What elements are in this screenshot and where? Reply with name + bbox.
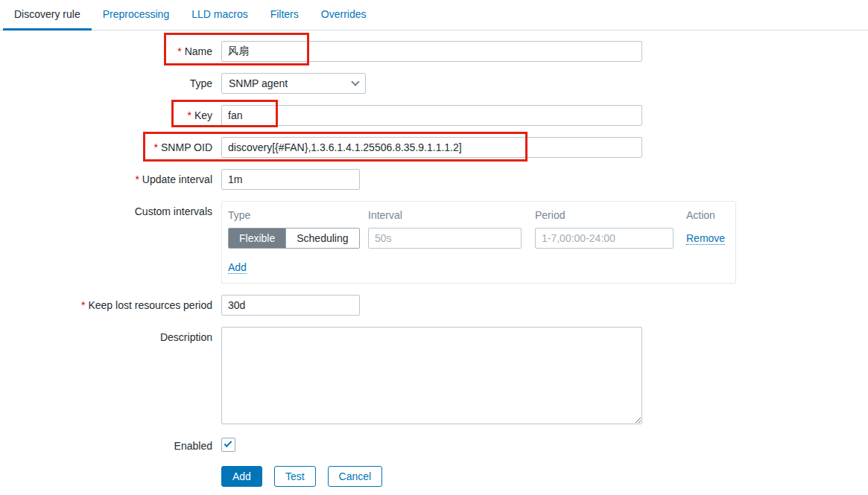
column-header-action: Action	[686, 209, 729, 228]
key-row: *Key	[0, 105, 868, 126]
column-header-period: Period	[535, 209, 686, 228]
enabled-row: Enabled	[0, 435, 868, 452]
form-footer: Add Test Cancel	[221, 466, 868, 487]
column-header-interval: Interval	[368, 209, 535, 228]
custom-intervals-box: Type Interval Period Action Flexible Sch…	[221, 201, 736, 284]
custom-intervals-table: Type Interval Period Action Flexible Sch…	[228, 209, 729, 249]
interval-type-cell: Flexible Scheduling	[228, 228, 368, 249]
description-row: Description	[0, 327, 868, 424]
chevron-down-icon	[351, 77, 359, 86]
discovery-rule-page: Discovery rule Preprocessing LLD macros …	[0, 0, 868, 495]
tab-overrides[interactable]: Overrides	[310, 0, 378, 31]
update-interval-input[interactable]	[221, 169, 360, 190]
action-cell: Remove	[686, 232, 729, 244]
period-input[interactable]	[535, 228, 674, 249]
keep-lost-resources-row: *Keep lost resources period	[0, 295, 868, 316]
interval-type-toggle: Flexible Scheduling	[228, 228, 360, 249]
cancel-button[interactable]: Cancel	[328, 466, 383, 487]
update-interval-label: *Update interval	[0, 169, 212, 185]
required-asterisk: *	[154, 141, 158, 153]
enabled-checkbox[interactable]	[221, 438, 235, 452]
enabled-label: Enabled	[0, 435, 212, 452]
custom-intervals-row: Custom intervals Type Interval Period Ac…	[0, 201, 868, 284]
snmp-oid-input[interactable]	[221, 137, 642, 158]
type-select-value: SNMP agent	[229, 77, 288, 89]
required-asterisk: *	[135, 173, 139, 185]
add-interval-link[interactable]: Add	[228, 261, 247, 274]
column-header-type: Type	[228, 209, 368, 228]
snmp-oid-row: *SNMP OID	[0, 137, 868, 158]
interval-type-scheduling-button[interactable]: Scheduling	[285, 229, 358, 248]
required-asterisk: *	[177, 45, 181, 57]
tab-discovery-rule[interactable]: Discovery rule	[3, 0, 92, 31]
tab-preprocessing[interactable]: Preprocessing	[92, 0, 181, 31]
type-row: Type SNMP agent	[0, 73, 868, 94]
type-label: Type	[0, 73, 212, 89]
description-label: Description	[0, 327, 212, 343]
name-input[interactable]	[221, 41, 642, 62]
snmp-oid-label: *SNMP OID	[0, 137, 212, 153]
interval-input[interactable]	[368, 228, 522, 249]
tab-bar: Discovery rule Preprocessing LLD macros …	[0, 0, 868, 31]
tab-filters[interactable]: Filters	[259, 0, 310, 31]
test-button[interactable]: Test	[274, 466, 316, 487]
key-label: *Key	[0, 105, 212, 121]
interval-cell	[368, 228, 535, 249]
name-row: *Name	[0, 41, 868, 62]
update-interval-row: *Update interval	[0, 169, 868, 190]
required-asterisk: *	[81, 299, 85, 311]
key-input[interactable]	[221, 105, 642, 126]
required-asterisk: *	[187, 109, 191, 121]
tab-lld-macros[interactable]: LLD macros	[180, 0, 259, 31]
keep-lost-resources-label: *Keep lost resources period	[0, 295, 212, 311]
add-button[interactable]: Add	[221, 466, 262, 487]
period-cell	[535, 228, 686, 249]
remove-interval-link[interactable]: Remove	[686, 232, 725, 245]
description-textarea[interactable]	[221, 327, 642, 424]
custom-intervals-label: Custom intervals	[0, 201, 212, 217]
type-select[interactable]: SNMP agent	[221, 73, 366, 94]
name-label: *Name	[0, 41, 212, 57]
interval-type-flexible-button[interactable]: Flexible	[229, 229, 285, 248]
check-icon	[224, 439, 232, 447]
keep-lost-resources-input[interactable]	[221, 295, 360, 316]
discovery-rule-form: *Name Type SNMP agent *Key *SNMP OID	[0, 31, 868, 487]
